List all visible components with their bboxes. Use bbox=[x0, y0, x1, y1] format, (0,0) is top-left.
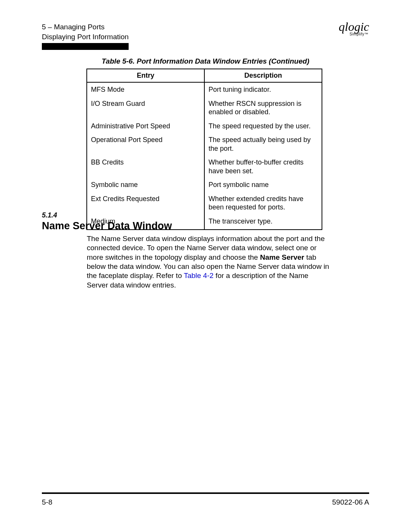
table-cell-description: The speed actually being used by the por… bbox=[204, 133, 322, 155]
table-cell-entry: Ext Credits Requested bbox=[87, 192, 204, 214]
table-caption: Table 5-6. Port Information Data Window … bbox=[42, 57, 369, 66]
table-cell-description: Whether extended credits have been reque… bbox=[204, 192, 322, 214]
table-cell-entry: MFS Mode bbox=[87, 82, 204, 97]
page-header: 5 – Managing Ports Displaying Port Infor… bbox=[42, 22, 369, 42]
table-header-description: Description bbox=[204, 69, 322, 82]
section-number: 5.1.4 bbox=[42, 211, 329, 219]
table-row: MFS Mode Port tuning indicator. bbox=[87, 82, 322, 97]
section-body: The Name Server data window displays inf… bbox=[87, 234, 329, 290]
table-header-entry: Entry bbox=[87, 69, 204, 82]
table-cell-entry: I/O Stream Guard bbox=[87, 97, 204, 119]
table-cell-description: Whether RSCN suppression is enabled or d… bbox=[204, 97, 322, 119]
table-row: BB Credits Whether buffer-to-buffer cred… bbox=[87, 155, 322, 178]
header-rule-block bbox=[42, 43, 129, 50]
table-cell-description: Port symbolic name bbox=[204, 178, 322, 192]
table-cell-entry: Symbolic name bbox=[87, 178, 204, 192]
table-cell-description: Whether buffer-to-buffer credits have be… bbox=[204, 155, 322, 178]
table-row: Operational Port Speed The speed actuall… bbox=[87, 133, 322, 155]
header-chapter: 5 – Managing Ports bbox=[42, 22, 369, 32]
table-cell-description: The speed requested by the user. bbox=[204, 119, 322, 133]
table-cell-entry: Operational Port Speed bbox=[87, 133, 204, 155]
port-info-table: Entry Description MFS Mode Port tuning i… bbox=[86, 69, 322, 230]
section-title: Name Server Data Window bbox=[42, 220, 329, 232]
table-row: Symbolic name Port symbolic name bbox=[87, 178, 322, 192]
footer-page-number: 5-8 bbox=[42, 498, 52, 506]
section-block: 5.1.4 Name Server Data Window The Name S… bbox=[42, 211, 329, 290]
table-header-row: Entry Description bbox=[87, 69, 322, 82]
brand-logo-script: qlogic bbox=[333, 21, 369, 33]
table-row: Administrative Port Speed The speed requ… bbox=[87, 119, 322, 133]
table-row: Ext Credits Requested Whether extended c… bbox=[87, 192, 322, 214]
footer-rule bbox=[42, 492, 369, 494]
section-body-bold: Name Server bbox=[260, 253, 304, 261]
table-cell-entry: BB Credits bbox=[87, 155, 204, 178]
brand-logo: qlogic Simplify™ bbox=[333, 21, 369, 36]
section-body-link[interactable]: Table 4-2 bbox=[184, 272, 213, 280]
table-row: I/O Stream Guard Whether RSCN suppressio… bbox=[87, 97, 322, 119]
header-subtitle: Displaying Port Information bbox=[42, 32, 369, 42]
table-cell-description: Port tuning indicator. bbox=[204, 82, 322, 97]
footer-doc-id: 59022-06 A bbox=[332, 498, 369, 506]
table-cell-entry: Administrative Port Speed bbox=[87, 119, 204, 133]
